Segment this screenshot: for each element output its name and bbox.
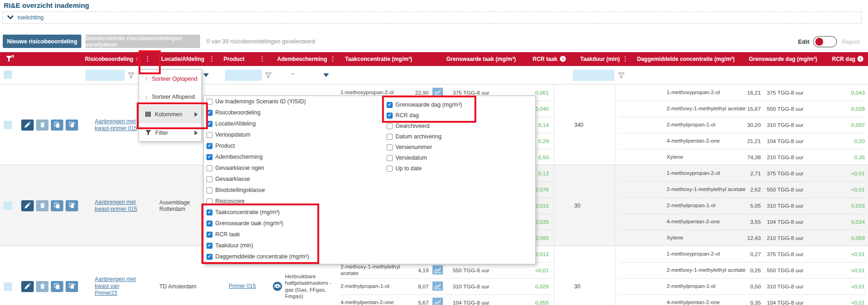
filter-operator-tilde[interactable]: ~ [291, 70, 295, 78]
column-toggle-grenswaarde-taak-mg-m-[interactable]: ✔Grenswaarde taak (mg/m³) [206, 220, 283, 227]
checkbox-unchecked-icon[interactable] [206, 198, 212, 204]
checkbox-unchecked-icon[interactable] [206, 132, 212, 138]
column-toggle-risicoscore[interactable]: Risicoscore [206, 198, 245, 204]
filter-input-taakduur[interactable] [573, 70, 614, 81]
header-risicobeoordeling[interactable]: Risicobeoordeling [85, 52, 134, 66]
checkbox-checked-icon[interactable]: ✔ [206, 243, 212, 249]
checkbox-checked-icon[interactable]: ✔ [206, 121, 212, 127]
risicobeoordeling-link-text[interactable]: Aanbrengen met kwast-primer 015 [95, 199, 141, 213]
menu-item-filter[interactable]: Filter [139, 124, 201, 142]
select-all-checkbox[interactable] [4, 71, 12, 79]
header-grenswaarde-dag[interactable]: Grenswaarde dag (mg/m³) [749, 52, 817, 66]
column-toggle-gevaarklasse-ogen[interactable]: Gevaarklasse ogen [206, 165, 264, 171]
edit-button[interactable] [21, 281, 34, 292]
header-grenswaarde-taak[interactable]: Grenswaarde taak (mg/m³) [446, 52, 516, 66]
column-menu-dots-icon[interactable] [261, 56, 263, 62]
column-menu-dots-icon[interactable] [211, 56, 212, 62]
column-toggle-product[interactable]: ✔Product [206, 143, 235, 149]
info-icon[interactable]: i [560, 56, 566, 62]
exposure-chart-icon[interactable] [432, 298, 443, 305]
delete-button[interactable] [36, 281, 49, 292]
checkbox-checked-icon[interactable]: ✔ [387, 113, 393, 119]
risicobeoordeling-link-text[interactable]: Aanbrengen met kwast-primer 015 [95, 118, 141, 132]
menu-item-kolommen[interactable]: Kolommen [139, 105, 201, 123]
checkbox-checked-icon[interactable]: ✔ [206, 110, 212, 116]
checkbox-unchecked-icon[interactable] [206, 99, 212, 105]
new-risicobeoordeling-button[interactable]: Nieuwe risicobeoordeling [3, 35, 81, 48]
column-toggle-gevaarklasse[interactable]: Gevaarklasse [206, 176, 250, 182]
filter-operator-dropdown-icon[interactable] [203, 73, 209, 77]
column-toggle-grenswaarde-dag-mg-m-[interactable]: ✔Grenswaarde dag (mg/m³) [387, 102, 462, 108]
header-taakduur[interactable]: Taakduur (min) [580, 52, 620, 66]
copy-new-version-button[interactable] [66, 281, 78, 292]
column-toggle-taakduur-min-[interactable]: ✔Taakduur (min) [206, 242, 253, 249]
checkbox-checked-icon[interactable]: ✔ [206, 221, 212, 227]
product-link-text[interactable]: Primer 015 [229, 283, 256, 290]
checkbox-unchecked-icon[interactable] [387, 123, 393, 129]
copy-button[interactable] [51, 120, 63, 131]
column-toggle-verloopdatum[interactable]: Verloopdatum [206, 132, 250, 138]
header-locatie-afdeling[interactable]: Locatie/Afdeling [161, 52, 204, 66]
exposure-chart-icon[interactable] [432, 281, 443, 291]
edit-button[interactable] [21, 200, 34, 211]
copy-new-version-button[interactable] [66, 200, 78, 211]
funnel-icon[interactable] [128, 72, 134, 80]
menu-item-sorteer-oplopend[interactable]: ↑Sorteer Oplopend [139, 70, 201, 88]
column-menu-dots-icon[interactable] [332, 56, 334, 62]
column-toggle-risicobeoordeling[interactable]: ✔Risicobeoordeling [206, 109, 261, 116]
copy-button[interactable] [51, 200, 63, 211]
column-toggle-adembescherming[interactable]: ✔Adembescherming [206, 154, 263, 160]
funnel-icon[interactable] [618, 72, 625, 80]
checkbox-checked-icon[interactable]: ✔ [206, 154, 212, 160]
column-toggle-gearchiveerd[interactable]: Gearchiveerd [387, 123, 430, 129]
column-toggle-versienummer[interactable]: Versienummer [387, 144, 432, 150]
checkbox-checked-icon[interactable]: ✔ [206, 254, 212, 260]
exposure-chart-icon[interactable] [432, 265, 443, 275]
toelichting-expander[interactable]: toelichting [2, 12, 862, 24]
checkbox-unchecked-icon[interactable] [387, 134, 393, 140]
column-menu-dots-icon[interactable] [625, 56, 626, 62]
checkbox-unchecked-icon[interactable] [387, 166, 393, 172]
column-toggle-up-to-date[interactable]: Up to date [387, 165, 422, 172]
edit-report-toggle[interactable] [813, 36, 837, 48]
header-daggemiddelde-concentratie[interactable]: Daggemiddelde concentratie (mg/m³) [637, 52, 734, 66]
column-toggle-rcr-taak[interactable]: ✔RCR taak [206, 231, 240, 238]
delete-button[interactable] [36, 200, 49, 211]
edit-button[interactable] [21, 120, 34, 131]
filter-input-product[interactable] [225, 70, 262, 81]
row-checkbox[interactable] [4, 282, 12, 291]
risicobeoordeling-link[interactable]: Aanbrengen met kwast van Primer23 [95, 246, 141, 305]
checkbox-unchecked-icon[interactable] [206, 187, 212, 193]
checkbox-checked-icon[interactable]: ✔ [206, 232, 212, 238]
filter-input-risicobeoordeling[interactable] [85, 70, 125, 81]
column-toggle-uw-inademings-scenario-id-yisid-[interactable]: Uw Inademings Scenario ID (YISID) [206, 98, 306, 105]
checkbox-checked-icon[interactable]: ✔ [387, 102, 393, 108]
column-toggle-versiedatum[interactable]: Versiedatum [387, 155, 427, 161]
header-rcr-taak[interactable]: RCR taak [533, 52, 557, 66]
copy-button[interactable] [51, 281, 63, 292]
checkbox-checked-icon[interactable]: ✔ [206, 209, 212, 215]
delete-button[interactable] [36, 120, 49, 131]
checkbox-unchecked-icon[interactable] [206, 165, 212, 171]
checkbox-unchecked-icon[interactable] [387, 155, 393, 161]
column-toggle-rcr-dag[interactable]: ✔RCR dag [387, 112, 419, 119]
checkbox-unchecked-icon[interactable] [206, 176, 212, 182]
info-icon[interactable]: i [857, 56, 863, 62]
row-checkbox[interactable] [4, 121, 12, 129]
column-toggle-datum-archivering[interactable]: Datum archivering [387, 133, 442, 140]
column-toggle-taakconcentratie-mg-m-[interactable]: ✔Taakconcentratie (mg/m³) [206, 209, 279, 215]
header-rcr-dag[interactable]: RCR dag [832, 52, 856, 66]
column-toggle-daggemiddelde-concentratie-mg-m-[interactable]: ✔Daggemiddelde concentratie (mg/m³) [206, 253, 309, 260]
column-menu-dots-icon[interactable] [147, 56, 148, 62]
funnel-icon[interactable] [265, 72, 272, 80]
header-product[interactable]: Product [224, 52, 244, 66]
checkbox-checked-icon[interactable]: ✔ [206, 143, 212, 149]
header-adembescherming[interactable]: Adembescherming [277, 52, 327, 66]
risicobeoordeling-link[interactable]: Aanbrengen met kwast-primer 015 [95, 84, 141, 165]
filter-operator-dropdown-icon[interactable] [323, 73, 329, 77]
clear-filters-icon[interactable] [6, 55, 14, 65]
header-taakconcentratie[interactable]: Taakconcentratie (mg/m³) [345, 52, 412, 66]
column-toggle-blootstellingsklasse[interactable]: Blootstellingsklasse [206, 187, 265, 193]
row-checkbox[interactable] [4, 202, 12, 210]
column-toggle-locatie-afdeling[interactable]: ✔Locatie/Afdeling [206, 120, 256, 127]
